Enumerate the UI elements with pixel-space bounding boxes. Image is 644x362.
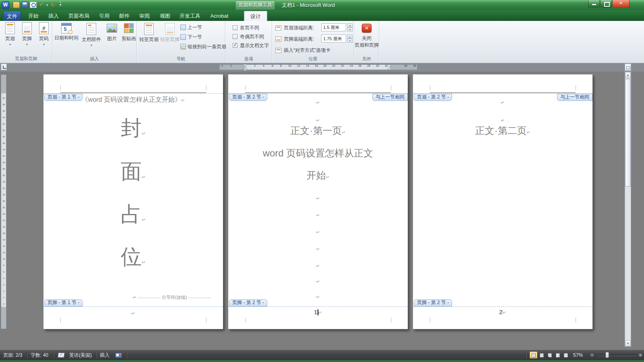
footer-page-number[interactable]: 1↵ <box>245 309 391 315</box>
insert-alignment-tab-button[interactable]: 插入“对齐方式”选项卡 <box>275 46 330 55</box>
undo-icon[interactable] <box>38 2 45 8</box>
open-icon[interactable] <box>13 2 20 8</box>
body-line: 正文·第二页↵ <box>430 123 576 140</box>
reading-view-icon <box>540 353 544 358</box>
tab-home[interactable]: 开始 <box>24 11 43 21</box>
footer-paragraph-mark[interactable]: ↵ <box>43 310 223 317</box>
footer-from-bottom-spinner[interactable] <box>347 35 353 43</box>
footer-from-bottom-input[interactable]: 1.75 厘米 <box>321 35 346 43</box>
vertical-scrollbar[interactable] <box>625 72 631 347</box>
different-odd-even-checkbox[interactable]: 奇偶页不同 <box>233 33 264 40</box>
header-button[interactable]: 页眉 <box>2 22 18 54</box>
ribbon: 页眉 页脚 页码 页眉和页脚 日期和时间 文档部件 <box>0 21 644 63</box>
scroll-up-icon[interactable] <box>625 72 631 78</box>
picture-button[interactable]: 图片 <box>104 22 120 54</box>
header-from-top-spinner[interactable] <box>347 23 353 31</box>
close-label-line1: 关闭 <box>362 35 372 42</box>
empty-paragraph: ↵ <box>413 117 592 123</box>
web-layout-view-button[interactable] <box>546 352 553 358</box>
goto-footer-icon <box>165 23 175 35</box>
right-indent-marker[interactable] <box>388 67 392 70</box>
tab-review[interactable]: 审阅 <box>134 11 155 21</box>
ruler-number: 26 <box>358 64 361 68</box>
goto-footer-label: 转至页脚 <box>160 36 180 43</box>
print-layout-view-button[interactable] <box>530 352 537 358</box>
minimize-button[interactable] <box>588 0 600 8</box>
ruler-number: 24 <box>350 64 353 68</box>
show-document-text-checkbox[interactable]: 显示文档文字 <box>233 42 269 49</box>
close-label-line2: 页眉和页脚 <box>355 42 379 49</box>
tab-design-active[interactable]: 设计 <box>244 11 267 21</box>
redo-icon[interactable] <box>50 2 56 8</box>
zoom-in-icon[interactable] <box>638 352 643 358</box>
tab-insert[interactable]: 插入 <box>44 11 63 21</box>
left-indent-marker[interactable] <box>243 70 247 71</box>
footer-from-bottom-row: 页脚底端距离: <box>275 35 314 43</box>
ruler-number: 4 <box>263 64 264 68</box>
paragraph-mark-icon: ↵ <box>316 100 320 105</box>
spellcheck-icon[interactable] <box>58 353 65 358</box>
ruler-number: 22 <box>341 64 344 68</box>
paragraph-mark-icon: ↵ <box>142 259 146 265</box>
datetime-button[interactable]: 日期和时间 <box>53 22 80 54</box>
ime-icon[interactable] <box>115 353 122 358</box>
scroll-down-icon[interactable] <box>625 340 631 346</box>
status-separator <box>126 352 127 358</box>
tab-acrobat[interactable]: Acrobat <box>205 11 233 21</box>
body-line: 封↵ <box>43 116 223 146</box>
tab-view[interactable]: 视图 <box>155 11 175 21</box>
footer-icon <box>22 22 32 34</box>
footer-button[interactable]: 页脚 <box>19 22 35 54</box>
tab-developer[interactable]: 开发工具 <box>175 11 204 21</box>
previous-section-icon <box>180 25 186 30</box>
zoom-level[interactable]: 57% <box>573 350 583 360</box>
qat-customize-icon[interactable] <box>58 3 63 7</box>
undo-dropdown-icon[interactable] <box>46 3 48 7</box>
zoom-out-icon[interactable] <box>589 352 595 358</box>
word-logo-icon[interactable] <box>2 1 9 9</box>
close-button[interactable] <box>612 0 630 8</box>
tab-selector-icon[interactable] <box>1 64 7 70</box>
tab-page-layout[interactable]: 页面布局 <box>64 11 94 21</box>
print-preview-icon[interactable] <box>30 2 37 8</box>
fullscreen-reading-view-button[interactable] <box>538 352 545 358</box>
language-indicator[interactable]: 英语(美国) <box>69 350 92 360</box>
ruler-number: 16 <box>315 64 318 68</box>
different-first-page-checkbox[interactable]: 首页不同 <box>233 24 259 31</box>
zoom-slider-thumb[interactable] <box>605 352 609 358</box>
close-header-footer-button[interactable]: 关闭 页眉和页脚 <box>356 22 378 54</box>
page-number-button[interactable]: 页码 <box>36 22 52 54</box>
footer-from-bottom-label: 页脚底端距离: <box>284 36 314 43</box>
header-from-top-input[interactable]: 1.5 厘米 <box>321 23 346 31</box>
first-line-indent-marker[interactable] <box>243 64 247 67</box>
insert-alignment-tab-label: 插入“对齐方式”选项卡 <box>284 47 330 54</box>
outline-view-button[interactable] <box>554 352 561 358</box>
paragraph-mark-icon: ↵ <box>501 118 504 123</box>
word-count[interactable]: 字数: 40 <box>31 350 48 360</box>
previous-section-button[interactable]: 上一节 <box>180 23 202 31</box>
footer-page-number[interactable]: 2↵ <box>430 309 576 315</box>
scrollbar-thumb[interactable] <box>625 79 631 187</box>
draft-view-button[interactable] <box>562 352 570 358</box>
close-header-footer-icon <box>362 24 372 33</box>
page-indicator[interactable]: 页面: 2/3 <box>3 350 22 360</box>
ruler-number: 12 <box>297 64 300 68</box>
link-to-previous-button[interactable]: 链接到前一条页眉 <box>180 43 226 51</box>
paragraph-mark-icon: ↵ <box>501 100 504 105</box>
restore-button[interactable] <box>600 0 612 8</box>
paragraph-mark-icon: ↵ <box>316 279 320 284</box>
checkbox-icon <box>233 34 237 39</box>
insert-mode-indicator[interactable]: 插入 <box>100 350 109 360</box>
quick-parts-icon <box>87 23 96 35</box>
goto-header-button[interactable]: 转至页眉 <box>138 22 159 54</box>
clipart-button[interactable]: 剪贴画 <box>120 22 138 54</box>
save-icon[interactable] <box>21 2 28 8</box>
tab-references[interactable]: 引用 <box>95 11 114 21</box>
next-section-button[interactable]: 下一节 <box>180 33 202 41</box>
spin-up-icon <box>347 35 353 39</box>
quick-parts-button[interactable]: 文档部件 <box>80 22 103 54</box>
tab-mailings[interactable]: 邮件 <box>115 11 134 21</box>
ruler-toggle-button[interactable] <box>625 64 631 71</box>
zoom-slider-track[interactable] <box>597 355 637 356</box>
tab-file[interactable]: 文件 <box>3 11 21 21</box>
